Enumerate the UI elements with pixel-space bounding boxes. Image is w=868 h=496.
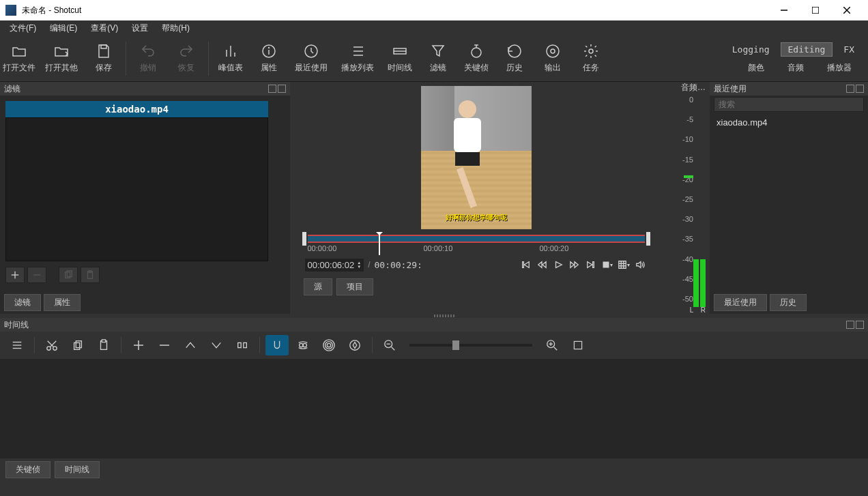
peak-meter-button[interactable]: 峰值表 <box>212 35 250 81</box>
svg-rect-30 <box>603 262 609 268</box>
selected-clip-chip[interactable]: xiaodao.mp4 <box>5 101 268 117</box>
recent-button[interactable]: 最近使用 <box>288 35 334 81</box>
layout-player[interactable]: 播放器 <box>818 61 861 75</box>
bottom-tab-timeline[interactable]: 时间线 <box>55 461 100 478</box>
overwrite-button[interactable] <box>205 335 228 355</box>
jobs-button[interactable]: 任务 <box>572 35 610 81</box>
ripple-delete-button[interactable] <box>153 335 176 355</box>
window-title: 未命名 - Shotcut <box>22 5 81 16</box>
svg-rect-1 <box>812 7 819 14</box>
keyframes-button[interactable]: 关键侦 <box>457 35 495 81</box>
lift-button[interactable] <box>179 335 202 355</box>
close-panel-icon[interactable] <box>278 85 286 93</box>
rewind-button[interactable] <box>534 258 549 272</box>
menubar: 文件(F) 编辑(E) 查看(V) 设置 帮助(H) <box>0 20 868 35</box>
layout-fx[interactable]: FX <box>837 43 861 56</box>
undock-icon[interactable] <box>846 321 854 329</box>
redo-button[interactable]: 恢复 <box>167 35 205 81</box>
tab-history[interactable]: 历史 <box>770 294 807 311</box>
recent-item[interactable]: xiaodao.mp4 <box>710 113 868 132</box>
video-preview[interactable]: 好啊那你想学哪句呢 <box>421 86 532 229</box>
tab-filters[interactable]: 滤镜 <box>4 294 41 311</box>
save-icon <box>96 43 112 59</box>
history-button[interactable]: 历史 <box>495 35 534 81</box>
app-icon <box>5 5 16 16</box>
zoom-fit-timeline[interactable] <box>566 335 590 355</box>
maximize-button[interactable] <box>800 0 831 20</box>
timeline-button[interactable]: 时间线 <box>381 35 419 81</box>
fastforward-button[interactable] <box>567 258 582 272</box>
menu-edit[interactable]: 编辑(E) <box>43 21 84 35</box>
menu-file[interactable]: 文件(F) <box>3 21 43 35</box>
filters-panel-title: 滤镜 <box>4 83 20 95</box>
splitter[interactable] <box>0 314 868 318</box>
zoom-in-button[interactable] <box>540 335 564 355</box>
timecode-current[interactable]: 00:00:06:02▲▼ <box>305 259 364 272</box>
info-icon <box>261 43 277 59</box>
video-subtitle: 好啊那你想学哪句呢 <box>421 213 532 222</box>
zoom-out-button[interactable] <box>378 335 401 355</box>
close-panel-icon[interactable] <box>856 321 864 329</box>
filters-list[interactable] <box>5 117 268 261</box>
scrub-audio-button[interactable] <box>291 335 315 355</box>
tab-properties[interactable]: 属性 <box>44 294 81 311</box>
add-filter-button[interactable] <box>5 267 25 283</box>
ripple-button[interactable] <box>317 335 341 355</box>
player-tab-source[interactable]: 源 <box>304 278 332 295</box>
player-panel: 好啊那你想学哪句呢 00:00:00 00:00:10 00:00:20 00:… <box>290 82 662 314</box>
ripple-all-button[interactable] <box>343 335 366 355</box>
skip-start-button[interactable] <box>518 258 533 272</box>
out-point-handle[interactable] <box>646 232 650 246</box>
close-panel-icon[interactable] <box>856 85 864 93</box>
layout-color[interactable]: 颜色 <box>738 61 774 75</box>
recent-panel-title: 最近使用 <box>714 83 747 95</box>
filters-button[interactable]: 滤镜 <box>419 35 457 81</box>
undo-button[interactable]: 撤销 <box>129 35 167 81</box>
close-button[interactable] <box>831 0 863 20</box>
save-button[interactable]: 保存 <box>85 35 123 81</box>
paste-filter-button[interactable] <box>81 267 100 283</box>
paste-button[interactable] <box>92 335 115 355</box>
remove-filter-button[interactable] <box>27 267 46 283</box>
playlist-button[interactable]: 播放列表 <box>334 35 381 81</box>
grid-button[interactable]: ▾ <box>616 258 631 272</box>
open-file-button[interactable]: 打开文件 <box>0 35 38 81</box>
undock-icon[interactable] <box>846 85 854 93</box>
history-icon <box>506 43 523 59</box>
volume-button[interactable] <box>633 258 648 272</box>
tab-recent[interactable]: 最近使用 <box>714 294 767 311</box>
menu-settings[interactable]: 设置 <box>125 21 155 35</box>
play-button[interactable] <box>551 258 566 272</box>
properties-button[interactable]: 属性 <box>250 35 288 81</box>
cut-button[interactable] <box>40 335 63 355</box>
zoom-fit-button[interactable]: ▾ <box>600 258 615 272</box>
skip-end-button[interactable] <box>583 258 598 272</box>
layout-editing[interactable]: Editing <box>781 42 833 57</box>
copy-button[interactable] <box>66 335 89 355</box>
svg-point-21 <box>551 49 555 53</box>
menu-view[interactable]: 查看(V) <box>84 21 125 35</box>
export-button[interactable]: 输出 <box>534 35 572 81</box>
layout-audio[interactable]: 音频 <box>778 61 813 75</box>
snap-button[interactable] <box>265 335 289 355</box>
main-toolbar: 打开文件 打开其他 保存 撤销 恢复 峰值表 属性 最近使用 播放列表 时间线 … <box>0 35 868 82</box>
bottom-tab-keyframes[interactable]: 关键侦 <box>5 461 50 478</box>
split-button[interactable] <box>231 335 254 355</box>
zoom-slider[interactable] <box>409 344 532 347</box>
recent-panel: 最近使用 xiaodao.mp4 最近使用 历史 <box>710 82 868 314</box>
minimize-button[interactable] <box>768 0 800 20</box>
menu-button[interactable] <box>5 335 29 355</box>
in-point-handle[interactable] <box>302 232 306 246</box>
player-tab-project[interactable]: 项目 <box>336 278 373 295</box>
timeline-tracks[interactable] <box>0 359 868 458</box>
append-button[interactable] <box>127 335 150 355</box>
audio-level-bars <box>693 259 707 307</box>
open-other-button[interactable]: 打开其他 <box>38 35 85 81</box>
layout-logging[interactable]: Logging <box>725 43 777 56</box>
undock-icon[interactable] <box>268 85 276 93</box>
undo-icon <box>140 43 156 59</box>
search-input[interactable] <box>714 97 864 112</box>
copy-filter-button[interactable] <box>59 267 78 283</box>
menu-help[interactable]: 帮助(H) <box>155 21 197 35</box>
scrub-bar[interactable]: 00:00:00 00:00:10 00:00:20 <box>302 232 650 255</box>
